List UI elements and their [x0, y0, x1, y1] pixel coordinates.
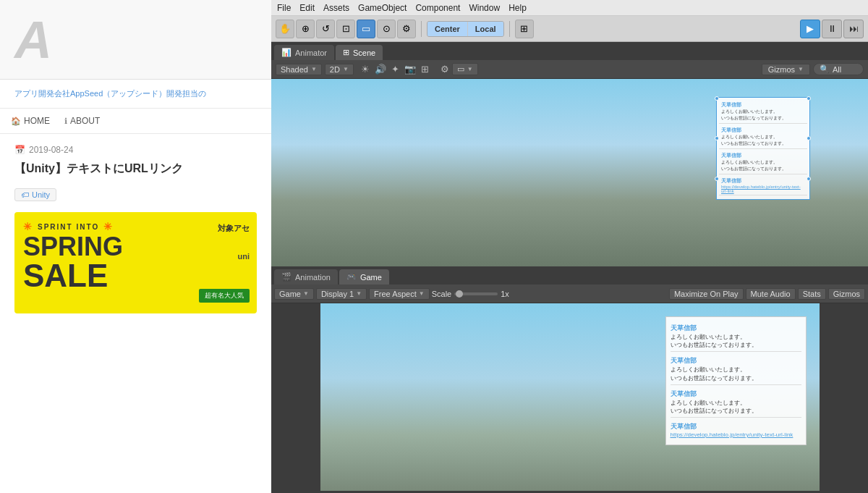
game-block-3: 天草信部 よろしくお願いいたします。 いつもお世話になっております。 [671, 387, 801, 418]
game-gizmos-button[interactable]: Gizmos [828, 288, 865, 300]
lighting-icon[interactable]: ☀ [359, 64, 371, 75]
game-arrow: ▼ [303, 290, 309, 297]
sprint-label: SPRINT INTO [38, 223, 99, 231]
blog-subtitle[interactable]: アプリ開発会社AppSeed（アップシード）開発担当の [0, 80, 271, 109]
fx-icon[interactable]: ✦ [390, 64, 401, 75]
move-tool[interactable]: ⊕ [296, 20, 315, 38]
handle-bl[interactable] [715, 177, 719, 181]
info-icon: ℹ [64, 117, 67, 126]
scale-tool[interactable]: ⊡ [336, 20, 355, 38]
shading-dropdown[interactable]: Shaded ▼ [276, 64, 322, 75]
game-gizmos-label: Gizmos [833, 290, 860, 298]
menu-component[interactable]: Component [415, 3, 460, 13]
game-block-4: 天草信部 https://develop.hateblo.jp/entry/un… [671, 420, 801, 440]
nav-home[interactable]: 🏠 HOME [11, 116, 50, 126]
aspect-arrow: ▼ [419, 290, 425, 297]
handle-br[interactable] [807, 177, 811, 181]
hand-tool[interactable]: ✋ [276, 20, 294, 38]
render-buttons: ⚙ ▭ ▼ [439, 63, 478, 75]
scene-link-4[interactable]: https://develop.hateblo.jp/entry/unity-t… [721, 185, 805, 193]
custom-tool[interactable]: ⚙ [397, 20, 416, 38]
layers-button[interactable]: ⊞ [515, 20, 534, 38]
handle-mr[interactable] [807, 136, 811, 140]
scene-camera-icon[interactable]: 📷 [403, 64, 417, 75]
local-button[interactable]: Local [468, 22, 503, 36]
blog-banner[interactable]: ✳ SPRINT INTO ✳ SPRING SALE 対象アセ uni 超有名… [14, 212, 257, 313]
game-link-4[interactable]: https://develop.hateblo.jp/entry/unity-t… [671, 431, 801, 438]
scale-group: Scale 1x [432, 290, 509, 298]
menu-gameobject[interactable]: GameObject [358, 3, 407, 13]
banner-sale-text: SALE [23, 260, 248, 292]
mode-dropdown[interactable]: 2D ▼ [325, 64, 354, 75]
step-button[interactable]: ⏭ [843, 20, 864, 38]
tab-animation[interactable]: 🎬 Animation [274, 269, 338, 285]
rotate-tool[interactable]: ↺ [316, 20, 335, 38]
layer-dropdown[interactable]: ▭ ▼ [452, 63, 478, 75]
layer-label: ▭ [457, 64, 464, 74]
scene-text-2a: よろしくお願いいたします。 [721, 134, 805, 140]
separator-2 [509, 21, 510, 37]
game-text-2b: いつもお世話になっております。 [671, 374, 801, 382]
aspect-dropdown[interactable]: Free Aspect ▼ [369, 288, 430, 300]
center-button[interactable]: Center [427, 22, 467, 36]
animation-tab-label: Animation [295, 273, 331, 282]
grid-icon[interactable]: ⊞ [420, 64, 430, 75]
menu-help[interactable]: Help [509, 3, 527, 13]
menu-window[interactable]: Window [469, 3, 500, 13]
shading-arrow: ▼ [311, 66, 317, 72]
tab-game[interactable]: 🎮 Game [339, 269, 389, 285]
tab-scene[interactable]: ⊞ Scene [336, 45, 383, 60]
blog-tag[interactable]: 🏷 Unity [14, 188, 56, 201]
occlusion-btn[interactable]: ⚙ [439, 64, 451, 75]
blog-title-letter: A [14, 14, 52, 66]
tab-animator[interactable]: 📊 Animator [274, 45, 334, 60]
nav-about[interactable]: ℹ ABOUT [64, 116, 100, 126]
scene-title-1: 天草信部 [721, 101, 805, 109]
spark-icon-right: ✳ [103, 221, 114, 232]
scene-block-2: 天草信部 よろしくお願いいたします。 いつもお世話になっております。 [719, 125, 807, 149]
scene-text-2b: いつもお世話になっております。 [721, 140, 805, 147]
banner-subtitle: 対象アセ [218, 223, 250, 234]
transform-tools: ✋ ⊕ ↺ ⊡ ▭ ⊙ ⚙ [276, 20, 416, 38]
pause-button[interactable]: ⏸ [822, 20, 842, 38]
scene-block-4: 天草信部 https://develop.hateblo.jp/entry/un… [719, 176, 807, 195]
mute-button[interactable]: Mute Audio [746, 288, 796, 300]
main-toolbar: ✋ ⊕ ↺ ⊡ ▭ ⊙ ⚙ Center Local ⊞ ▶ ⏸ ⏭ [271, 16, 868, 42]
scene-search[interactable]: 🔍 All [813, 63, 864, 75]
game-tab-label: Game [360, 273, 382, 282]
stats-button[interactable]: Stats [798, 288, 826, 300]
calendar-icon: 📅 [14, 145, 25, 155]
blog-panel: A アプリ開発会社AppSeed（アップシード）開発担当の 🏠 HOME ℹ A… [0, 0, 271, 493]
play-button[interactable]: ▶ [800, 20, 820, 38]
scene-tab-bar: 📊 Animator ⊞ Scene [271, 42, 868, 60]
menu-assets[interactable]: Assets [323, 3, 349, 13]
scene-text-3b: いつもお世話になっております。 [721, 166, 805, 172]
blog-post-title[interactable]: 【Unity】テキストにURLリンク [0, 161, 271, 187]
gizmos-button[interactable]: Gizmos ▼ [762, 64, 810, 75]
scene-viewport[interactable]: 天草信部 よろしくお願いいたします。 いつもお世話になっております。 天草信部 … [271, 79, 868, 266]
panels-area: 📊 Animator ⊞ Scene Shaded ▼ 2D ▼ [271, 42, 868, 493]
audio-icon[interactable]: 🔊 [373, 64, 388, 75]
blog-date: 📅 2019-08-24 [0, 134, 271, 161]
display-dropdown[interactable]: Display 1 ▼ [316, 288, 367, 300]
scene-tab-icon: ⊞ [343, 48, 349, 57]
mode-arrow: ▼ [343, 66, 349, 72]
scale-slider[interactable] [454, 292, 498, 295]
game-text-1b: いつもお世話になっております。 [671, 341, 801, 349]
game-dropdown[interactable]: Game ▼ [274, 288, 314, 300]
handle-ml[interactable] [715, 136, 719, 140]
menu-edit[interactable]: Edit [299, 3, 315, 13]
menu-file[interactable]: File [277, 3, 291, 13]
maximize-button[interactable]: Maximize On Play [669, 288, 744, 300]
rect-tool[interactable]: ▭ [357, 20, 375, 38]
scene-text-3a: よろしくお願いいたします。 [721, 159, 805, 166]
layer-arrow: ▼ [467, 66, 473, 72]
game-text-3b: いつもお世話になっております。 [671, 407, 801, 415]
banner-spring-text: SPRING [23, 234, 248, 260]
game-label: Game [279, 290, 301, 298]
game-viewport[interactable]: 天草信部 よろしくお願いいたします。 いつもお世話になっております。 天草信部 … [320, 303, 820, 491]
handle-tl[interactable] [715, 96, 719, 101]
transform-tool[interactable]: ⊙ [377, 20, 396, 38]
handle-tr[interactable] [807, 96, 811, 101]
animation-icon: 🎬 [281, 272, 292, 282]
